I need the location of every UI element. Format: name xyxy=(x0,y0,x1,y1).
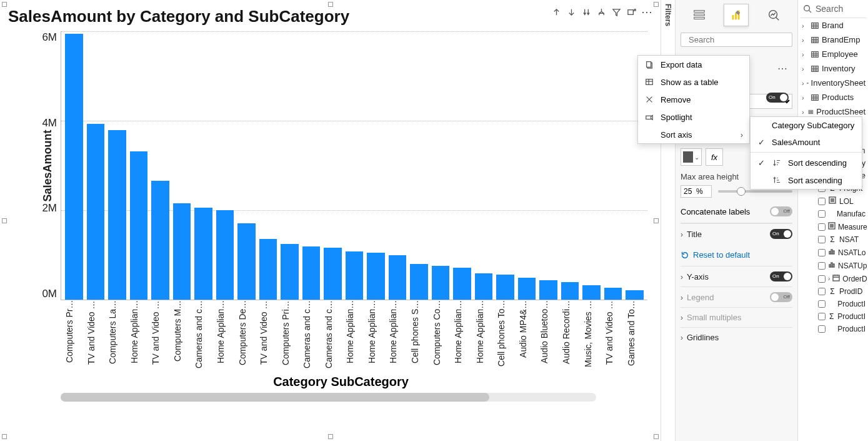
bar[interactable] xyxy=(108,130,126,300)
color-fx-button[interactable]: fx xyxy=(706,148,723,166)
tab-build-visual[interactable] xyxy=(687,4,712,26)
chart-plot-area[interactable] xyxy=(61,31,647,300)
menu-sort-axis[interactable]: Sort axis xyxy=(638,126,749,143)
field-item[interactable]: NSATLo xyxy=(801,246,867,259)
reset-default[interactable]: Reset to default xyxy=(681,244,792,266)
xaxis-toggle[interactable]: On xyxy=(766,93,789,103)
svg-rect-28 xyxy=(833,275,839,281)
bar[interactable] xyxy=(410,264,428,300)
focus-mode-icon[interactable] xyxy=(626,7,636,17)
bar[interactable] xyxy=(259,239,277,300)
filter-icon[interactable] xyxy=(611,7,621,17)
field-item[interactable]: Measure xyxy=(801,220,867,233)
bar[interactable] xyxy=(367,253,385,300)
bar[interactable] xyxy=(173,203,191,300)
bar[interactable] xyxy=(216,210,234,300)
visual-context-menu: Export data Show as a table Remove Spotl… xyxy=(637,55,750,144)
field-item[interactable]: ΣProductI xyxy=(801,310,867,323)
x-tick-label: Home Applian… xyxy=(475,300,493,372)
bar[interactable] xyxy=(389,255,407,300)
x-tick-label: Computers M… xyxy=(172,300,191,372)
chart-scrollbar-thumb[interactable] xyxy=(61,393,489,402)
field-item[interactable]: ProductI xyxy=(801,323,867,335)
bar[interactable] xyxy=(604,288,622,300)
title-section[interactable]: ›Title On xyxy=(681,223,792,244)
bar[interactable] xyxy=(302,246,321,300)
field-item[interactable]: LOL xyxy=(801,195,867,208)
yaxis-toggle[interactable]: On xyxy=(770,271,792,281)
format-search[interactable] xyxy=(681,33,792,47)
bar[interactable] xyxy=(151,181,169,300)
menu-remove[interactable]: Remove xyxy=(638,91,749,108)
sort-by-category[interactable]: Category SubCategory xyxy=(751,117,862,134)
bar[interactable] xyxy=(496,275,514,300)
title-toggle[interactable]: On xyxy=(770,229,792,239)
yaxis-section[interactable]: ›Y-axis On xyxy=(681,266,792,286)
bar[interactable] xyxy=(281,244,299,300)
table-item[interactable]: ›Inventory xyxy=(801,61,867,76)
bar[interactable] xyxy=(65,34,83,300)
bar[interactable] xyxy=(346,251,364,300)
bar[interactable] xyxy=(539,280,557,300)
legend-section[interactable]: ›Legend Off xyxy=(681,286,792,307)
more-options-icon[interactable]: ⋯ xyxy=(641,8,654,16)
bar[interactable] xyxy=(87,124,105,300)
gridlines-section[interactable]: ›Gridlines xyxy=(681,327,792,347)
x-tick-label: Cameras and c… xyxy=(324,300,342,372)
drill-down-icon[interactable] xyxy=(566,7,576,17)
menu-spotlight[interactable]: Spotlight xyxy=(638,108,749,126)
bar[interactable] xyxy=(582,285,601,300)
max-area-slider[interactable] xyxy=(718,190,792,193)
field-item[interactable]: ProductI xyxy=(801,298,867,310)
drill-up-icon[interactable] xyxy=(551,7,561,17)
field-item[interactable]: ΣNSAT xyxy=(801,233,867,246)
max-area-input[interactable] xyxy=(681,185,712,198)
concat-labels-toggle[interactable]: Off xyxy=(770,206,792,216)
format-more-icon[interactable]: ⋯ xyxy=(777,63,789,74)
bar[interactable] xyxy=(237,223,256,300)
report-canvas[interactable]: ⋯ SalesAmount by Category and SubCategor… xyxy=(0,0,661,441)
tab-analytics[interactable] xyxy=(761,4,786,26)
bar[interactable] xyxy=(130,151,148,300)
svg-rect-1 xyxy=(694,11,705,13)
x-tick-label: Home Applian… xyxy=(453,300,471,372)
bar[interactable] xyxy=(626,290,644,300)
svg-rect-16 xyxy=(809,110,813,114)
sort-ascending[interactable]: Sort ascending xyxy=(751,171,862,189)
menu-export-data[interactable]: Export data xyxy=(638,56,749,73)
sort-by-sales[interactable]: ✓SalesAmount xyxy=(751,134,862,151)
tab-format-visual[interactable] xyxy=(724,4,749,26)
table-item[interactable]: ›Products xyxy=(801,90,867,104)
bar[interactable] xyxy=(518,278,536,300)
hierarchy-icon[interactable] xyxy=(596,7,606,17)
small-multiples-section[interactable]: ›Small multiples xyxy=(681,307,792,327)
bar[interactable] xyxy=(453,268,471,300)
field-item[interactable]: ›OrderDa xyxy=(801,272,867,285)
bar[interactable] xyxy=(475,273,493,300)
color-picker[interactable]: ⌄ xyxy=(681,148,702,166)
visual-header-toolbar: ⋯ xyxy=(551,7,654,17)
field-item[interactable]: Manufac xyxy=(801,208,867,220)
table-item[interactable]: ›InventorySheet xyxy=(801,76,867,90)
x-tick-label: TV and Video … xyxy=(259,300,277,372)
table-item[interactable]: ›Employee xyxy=(801,47,867,61)
table-item[interactable]: ›BrandEmp xyxy=(801,33,867,47)
svg-rect-27 xyxy=(833,264,834,267)
drill-all-icon[interactable] xyxy=(581,7,591,17)
field-item[interactable]: NSATUp xyxy=(801,259,867,272)
bar[interactable] xyxy=(561,282,579,300)
bar[interactable] xyxy=(432,266,450,300)
field-item[interactable]: ΣProdID xyxy=(801,285,867,298)
chart-scrollbar[interactable] xyxy=(61,393,596,402)
table-item[interactable]: ›Brand xyxy=(801,18,867,33)
bar[interactable] xyxy=(324,248,342,300)
fields-search[interactable]: Search xyxy=(801,3,867,18)
x-tick-label: Computers Co… xyxy=(432,300,450,372)
format-search-input[interactable] xyxy=(689,35,794,44)
legend-toggle[interactable]: Off xyxy=(770,292,792,302)
filters-label: Filters xyxy=(664,4,672,26)
x-tick-label: Cameras and c… xyxy=(194,300,212,372)
menu-show-as-table[interactable]: Show as a table xyxy=(638,73,749,91)
bar[interactable] xyxy=(194,208,212,300)
sort-descending[interactable]: ✓Sort descending xyxy=(751,154,862,171)
